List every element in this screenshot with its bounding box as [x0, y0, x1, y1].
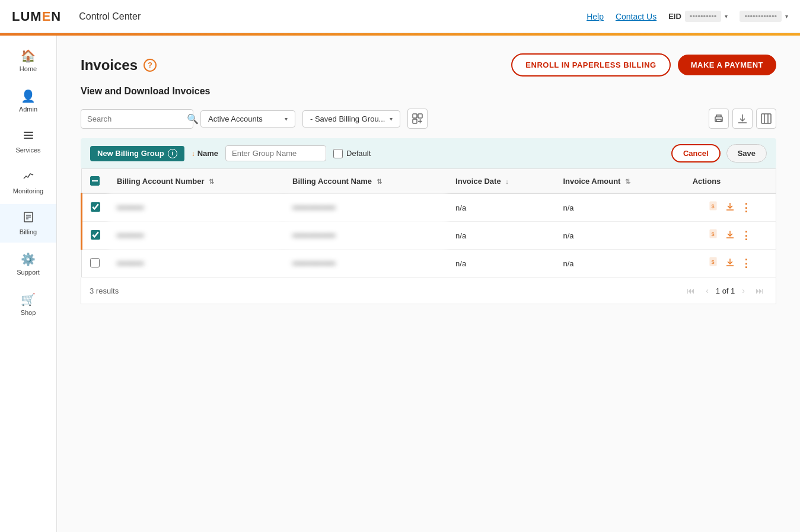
- cancel-button[interactable]: Cancel: [671, 144, 721, 163]
- name-arrow-icon: ↓: [192, 149, 195, 158]
- row3-more-icon[interactable]: ⋮: [741, 257, 751, 270]
- search-input[interactable]: [87, 114, 187, 123]
- shop-icon: 🛒: [21, 292, 36, 307]
- table-row: •••••••••• •••••••••••••••• n/a n/a $: [82, 250, 776, 278]
- billing-icon: [23, 211, 34, 226]
- row2-invoice-icon[interactable]: $: [709, 229, 719, 242]
- svg-rect-13: [716, 119, 721, 122]
- print-icon[interactable]: [709, 109, 729, 129]
- paperless-billing-button[interactable]: ENROLL IN PAPERLESS BILLING: [511, 53, 670, 77]
- row3-checkbox[interactable]: [90, 258, 100, 267]
- sidebar-item-support[interactable]: ⚙️ Support: [0, 245, 56, 283]
- nav-right: Help Contact Us EID •••••••••• ▾ •••••••…: [587, 11, 788, 22]
- top-nav: LUMEN Control Center Help Contact Us EID…: [0, 0, 800, 33]
- active-accounts-dropdown[interactable]: Active Accounts ▾: [200, 110, 295, 128]
- page-info: 1 of 1: [716, 286, 735, 295]
- badge-info-icon[interactable]: i: [168, 149, 177, 158]
- sidebar-item-home[interactable]: 🏠 Home: [0, 42, 56, 79]
- invoice-date-sort-icon[interactable]: ↓: [505, 178, 509, 185]
- row1-more-icon[interactable]: ⋮: [741, 201, 751, 214]
- save-button[interactable]: Save: [726, 144, 767, 163]
- row2-actions: $ ⋮: [684, 222, 776, 250]
- row3-action-icons: $ ⋮: [693, 257, 767, 270]
- svg-rect-8: [418, 114, 422, 118]
- row1-action-icons: $ ⋮: [693, 201, 767, 214]
- page-title-row: Invoices ?: [81, 57, 157, 74]
- app-title: Control Center: [79, 11, 141, 22]
- download-icon[interactable]: [732, 109, 753, 129]
- billing-group-manage-icon[interactable]: [407, 109, 428, 129]
- default-checkbox[interactable]: [333, 149, 343, 158]
- account-name-sort-icon[interactable]: ⇅: [377, 178, 382, 185]
- row3-actions: $ ⋮: [684, 250, 776, 278]
- table-header: Billing Account Number ⇅ Billing Account…: [82, 169, 776, 194]
- account-number-sort-icon[interactable]: ⇅: [209, 178, 214, 185]
- row2-download-icon[interactable]: [725, 230, 735, 241]
- table-row: •••••••••• •••••••••••••••• n/a n/a $: [82, 193, 776, 222]
- eid-block: EID •••••••••• ▾: [668, 11, 728, 22]
- eid-chevron-icon[interactable]: ▾: [725, 13, 728, 20]
- action-icons-group: [709, 109, 776, 129]
- eid-label: EID: [668, 12, 681, 21]
- page-header: Invoices ? ENROLL IN PAPERLESS BILLING M…: [81, 53, 776, 77]
- name-label: ↓ Name: [192, 149, 218, 158]
- row1-invoice-date: n/a: [447, 193, 554, 222]
- select-all-checkbox[interactable]: [90, 176, 100, 186]
- row3-download-icon[interactable]: [725, 257, 735, 269]
- header-buttons: ENROLL IN PAPERLESS BILLING MAKE A PAYME…: [511, 53, 776, 77]
- user-chevron-icon[interactable]: ▾: [785, 13, 788, 20]
- help-circle-icon[interactable]: ?: [144, 59, 157, 72]
- last-page-button[interactable]: ⏭: [752, 285, 767, 297]
- user-block: •••••••••••• ▾: [740, 11, 788, 22]
- sidebar-label-billing: Billing: [20, 228, 37, 235]
- row3-select-cell: [82, 250, 109, 278]
- filters-row: 🔍 Active Accounts ▾ - Saved Billing Grou…: [81, 109, 776, 129]
- prev-page-button[interactable]: ‹: [702, 285, 712, 297]
- billing-group-dropdown[interactable]: - Saved Billing Grou... ▾: [302, 110, 400, 128]
- make-payment-button[interactable]: MAKE A PAYMENT: [678, 55, 776, 75]
- sidebar-item-billing[interactable]: Billing: [0, 204, 56, 243]
- sidebar-item-shop[interactable]: 🛒 Shop: [0, 285, 56, 323]
- billing-group-label: - Saved Billing Grou...: [310, 114, 385, 123]
- select-all-header: [82, 169, 109, 194]
- next-page-button[interactable]: ›: [738, 285, 748, 297]
- row2-checkbox[interactable]: [91, 230, 100, 240]
- sidebar-label-services: Services: [15, 146, 40, 154]
- services-icon: [23, 129, 34, 144]
- main-layout: 🏠 Home 👤 Admin Services Monito: [0, 36, 800, 532]
- page-subtitle: View and Download Invoices: [81, 86, 776, 97]
- invoice-amount-sort-icon[interactable]: ⇅: [625, 178, 630, 185]
- row2-select-cell: [82, 222, 109, 250]
- row1-checkbox[interactable]: [91, 202, 100, 212]
- invoice-date-header: Invoice Date ↓: [447, 169, 554, 194]
- group-name-input[interactable]: [225, 145, 326, 161]
- billing-group-chevron-icon: ▾: [390, 116, 393, 122]
- sidebar-item-monitoring[interactable]: Monitoring: [0, 163, 56, 202]
- sidebar-item-admin[interactable]: 👤 Admin: [0, 82, 56, 120]
- user-value: ••••••••••••: [740, 11, 782, 22]
- active-accounts-label: Active Accounts: [208, 114, 263, 123]
- row1-select-cell: [82, 193, 109, 222]
- sidebar-item-services[interactable]: Services: [0, 122, 56, 161]
- first-page-button[interactable]: ⏮: [683, 285, 699, 297]
- home-icon: 🏠: [21, 49, 36, 63]
- row3-invoice-icon[interactable]: $: [709, 257, 719, 270]
- accounts-chevron-icon: ▾: [285, 116, 288, 122]
- search-icon[interactable]: 🔍: [187, 113, 199, 125]
- invoice-table: Billing Account Number ⇅ Billing Account…: [81, 168, 776, 278]
- default-checkbox-group: Default: [333, 149, 371, 158]
- sidebar-label-support: Support: [17, 269, 40, 276]
- page-title: Invoices: [81, 57, 138, 74]
- help-link[interactable]: Help: [587, 12, 604, 21]
- row1-invoice-icon[interactable]: $: [709, 201, 719, 214]
- svg-rect-2: [24, 138, 33, 139]
- sidebar-label-shop: Shop: [21, 309, 36, 316]
- new-billing-badge-label: New Billing Group: [97, 149, 164, 158]
- row1-invoice-amount: n/a: [554, 193, 684, 222]
- name-label-text: Name: [197, 149, 218, 158]
- contact-link[interactable]: Contact Us: [616, 12, 656, 21]
- columns-icon[interactable]: [756, 109, 776, 129]
- row1-download-icon[interactable]: [725, 202, 735, 214]
- row2-more-icon[interactable]: ⋮: [741, 229, 751, 242]
- row2-account-number: ••••••••••: [109, 222, 284, 250]
